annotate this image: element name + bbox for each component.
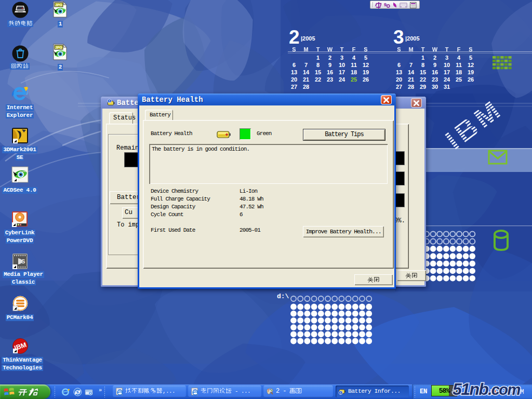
svg-text:S: S — [21, 258, 25, 264]
svg-text:JPG: JPG — [55, 3, 63, 7]
svg-text:!: ! — [340, 391, 341, 394]
svg-text:51nb.com: 51nb.com — [453, 380, 520, 398]
svg-text:9: 9 — [384, 2, 387, 7]
svg-text:!: ! — [109, 99, 110, 103]
svg-text:JPG: JPG — [55, 46, 63, 49]
